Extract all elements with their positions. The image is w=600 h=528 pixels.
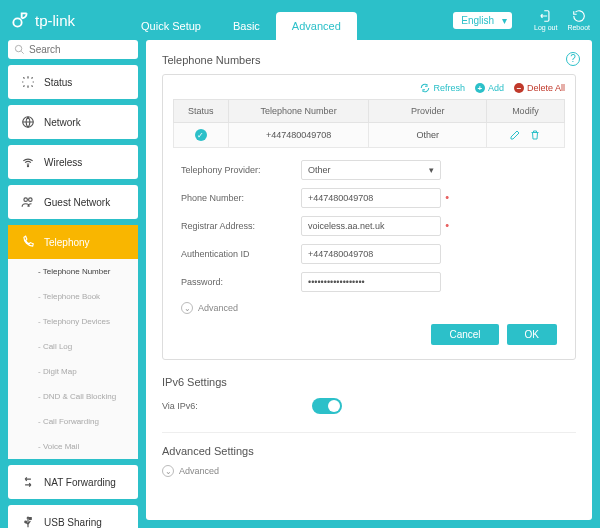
refresh-icon [420,83,430,93]
guest-icon [21,195,35,209]
sub-telephony-devices[interactable]: - Telephony Devices [8,309,138,334]
nav-telephony[interactable]: Telephony [8,225,138,259]
col-number: Telephone Number [228,100,369,123]
required-mark: • [445,191,449,203]
provider-select[interactable]: Other▾ [301,160,441,180]
col-modify: Modify [486,100,564,123]
ipv6-label: Via IPv6: [162,401,312,411]
chevron-down-icon: ▾ [429,165,434,175]
sub-telephone-book[interactable]: - Telephone Book [8,284,138,309]
svg-point-5 [29,198,32,202]
chevron-down-icon: ⌄ [181,302,193,314]
reboot-icon [572,9,586,23]
status-ok-icon [195,129,207,141]
add-button[interactable]: + Add [475,83,504,93]
globe-icon [21,115,35,129]
required-mark: • [445,219,449,231]
sub-call-forwarding[interactable]: - Call Forwarding [8,409,138,434]
help-icon[interactable]: ? [566,52,580,66]
table-row[interactable]: +447480049708 Other [174,123,565,148]
advanced-toggle[interactable]: ⌄ Advanced [181,302,557,314]
provider-label: Telephony Provider: [181,165,301,175]
plus-icon: + [475,83,485,93]
phone-label: Phone Number: [181,193,301,203]
col-provider: Provider [369,100,486,123]
svg-point-3 [27,166,28,167]
reboot-button[interactable]: Reboot [567,9,590,31]
tab-basic[interactable]: Basic [217,12,276,40]
svg-point-4 [24,198,28,202]
sub-dnd[interactable]: - DND & Call Blocking [8,384,138,409]
phone-icon [21,235,35,249]
nav-nat-forwarding[interactable]: NAT Forwarding [8,465,138,499]
auth-input[interactable] [301,244,441,264]
svg-point-0 [13,18,21,26]
section-title-numbers: Telephone Numbers [162,54,576,66]
minus-icon: − [514,83,524,93]
sub-telephone-number[interactable]: - Telephone Number [8,259,138,284]
advanced-settings-toggle[interactable]: ⌄ Advanced [162,465,576,477]
search-box[interactable] [8,40,138,59]
ok-button[interactable]: OK [507,324,557,345]
registrar-input[interactable] [301,216,441,236]
section-title-advanced: Advanced Settings [162,445,576,457]
chevron-down-icon: ⌄ [162,465,174,477]
ipv6-toggle[interactable] [312,398,342,414]
cell-provider: Other [369,123,486,148]
logout-icon [539,9,553,23]
delete-all-button[interactable]: − Delete All [514,83,565,93]
section-title-ipv6: IPv6 Settings [162,376,576,388]
brand-logo: tp-link [10,10,75,30]
usb-icon [21,515,35,528]
phone-input[interactable] [301,188,441,208]
cancel-button[interactable]: Cancel [431,324,498,345]
telephone-table: Status Telephone Number Provider Modify … [173,99,565,148]
nav-network[interactable]: Network [8,105,138,139]
svg-point-6 [25,521,27,523]
trash-icon[interactable] [529,129,541,141]
divider [162,432,576,433]
sub-voice-mail[interactable]: - Voice Mail [8,434,138,459]
registrar-label: Registrar Address: [181,221,301,231]
password-label: Password: [181,277,301,287]
search-icon [14,44,25,55]
search-input[interactable] [29,44,119,55]
refresh-button[interactable]: Refresh [420,83,465,93]
sub-call-log[interactable]: - Call Log [8,334,138,359]
logout-button[interactable]: Log out [534,9,557,31]
language-select[interactable]: English [453,12,512,29]
nav-status[interactable]: Status [8,65,138,99]
nav-usb-sharing[interactable]: USB Sharing [8,505,138,528]
edit-icon[interactable] [509,129,521,141]
nav-guest-network[interactable]: Guest Network [8,185,138,219]
tab-advanced[interactable]: Advanced [276,12,357,40]
password-input[interactable] [301,272,441,292]
auth-label: Authentication ID [181,249,301,259]
tplink-icon [10,10,30,30]
col-status: Status [174,100,229,123]
nat-icon [21,475,35,489]
status-icon [21,75,35,89]
tab-quick-setup[interactable]: Quick Setup [125,12,217,40]
svg-rect-7 [29,518,31,520]
sub-digit-map[interactable]: - Digit Map [8,359,138,384]
wifi-icon [21,155,35,169]
cell-number: +447480049708 [228,123,369,148]
nav-wireless[interactable]: Wireless [8,145,138,179]
svg-point-1 [15,45,21,51]
